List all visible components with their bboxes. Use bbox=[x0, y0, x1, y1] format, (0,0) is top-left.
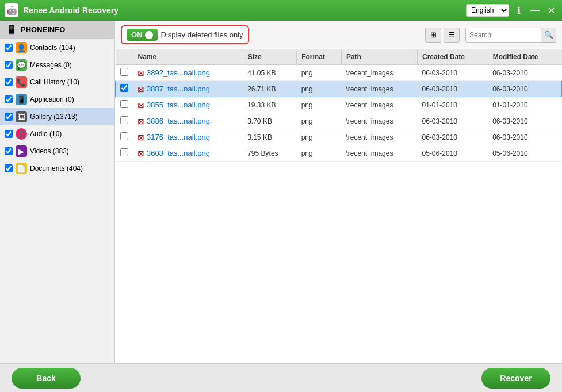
sidebar-item-messages[interactable]: 💬 Messages (0) bbox=[0, 56, 114, 74]
sidebar-item-gallery[interactable]: 🖼 Gallery (13713) bbox=[0, 108, 114, 125]
sidebar-item-call-history[interactable]: 📞 Call History (10) bbox=[0, 74, 114, 91]
messages-checkbox[interactable] bbox=[5, 61, 13, 69]
file-table: Name Size Format Path Created Date Modif… bbox=[115, 49, 562, 363]
list-view-icon: ☰ bbox=[448, 30, 455, 39]
recover-button[interactable]: Recover bbox=[481, 368, 550, 389]
language-select[interactable]: English Chinese French bbox=[466, 4, 509, 17]
bottom-bar: Back Recover bbox=[0, 363, 562, 392]
cell-modified: 01-01-2010 bbox=[488, 97, 561, 113]
gallery-checkbox[interactable] bbox=[5, 113, 13, 121]
col-format: Format bbox=[297, 49, 342, 65]
cell-modified: 06-03-2010 bbox=[488, 113, 561, 129]
cell-modified: 06-03-2010 bbox=[488, 129, 561, 145]
contacts-checkbox[interactable] bbox=[5, 44, 13, 52]
sidebar-title: PHONEINFO bbox=[21, 25, 65, 34]
row-checkbox-3[interactable] bbox=[120, 116, 128, 124]
cell-format: png bbox=[297, 145, 342, 162]
cell-size: 19.33 KB bbox=[243, 97, 296, 113]
cell-path: \recent_images bbox=[341, 129, 417, 145]
audio-checkbox[interactable] bbox=[5, 130, 13, 138]
back-button[interactable]: Back bbox=[12, 368, 81, 389]
col-name: Name bbox=[133, 49, 243, 65]
videos-checkbox[interactable] bbox=[5, 147, 13, 155]
cell-path: \recent_images bbox=[341, 145, 417, 162]
table-row[interactable]: ⊠3176_tas...nail.png3.15 KBpng\recent_im… bbox=[116, 129, 562, 145]
toolbar: ON Display deleted files only ⊞ ☰ 🔍 bbox=[115, 21, 562, 49]
app-label: Application (0) bbox=[30, 95, 110, 103]
contacts-icon: 👤 bbox=[16, 42, 27, 53]
col-path: Path bbox=[341, 49, 417, 65]
list-view-button[interactable]: ☰ bbox=[444, 28, 460, 43]
cell-size: 3.70 KB bbox=[243, 113, 296, 129]
grid-view-icon: ⊞ bbox=[430, 30, 437, 39]
row-checkbox-0[interactable] bbox=[120, 68, 128, 76]
search-icon: 🔍 bbox=[544, 30, 553, 39]
app-title: Renee Android Recovery bbox=[23, 6, 466, 15]
minimize-button[interactable]: — bbox=[529, 4, 541, 17]
cell-created: 06-03-2010 bbox=[418, 129, 488, 145]
col-created: Created Date bbox=[418, 49, 488, 65]
audio-label: Audio (10) bbox=[30, 130, 110, 138]
cell-modified: 06-03-2010 bbox=[488, 81, 561, 97]
search-button[interactable]: 🔍 bbox=[541, 28, 556, 43]
sidebar: 📱 PHONEINFO 👤 Contacts (104) 💬 Messages … bbox=[0, 21, 115, 363]
deleted-icon: ⊠ bbox=[137, 117, 144, 126]
table-row[interactable]: ⊠3886_tas...nail.png3.70 KBpng\recent_im… bbox=[116, 113, 562, 129]
row-checkbox-1[interactable] bbox=[120, 84, 128, 92]
info-button[interactable]: ℹ bbox=[513, 4, 525, 17]
sidebar-item-contacts[interactable]: 👤 Contacts (104) bbox=[0, 39, 114, 56]
window-controls: English Chinese French ℹ — ✕ bbox=[466, 4, 557, 17]
cell-created: 06-03-2010 bbox=[418, 81, 488, 97]
deleted-icon: ⊠ bbox=[137, 149, 144, 158]
cell-path: \recent_images bbox=[341, 81, 417, 97]
videos-label: Videos (383) bbox=[30, 147, 110, 155]
deleted-icon: ⊠ bbox=[137, 101, 144, 110]
grid-view-button[interactable]: ⊞ bbox=[425, 28, 441, 43]
docs-checkbox[interactable] bbox=[5, 164, 13, 172]
table-row[interactable]: ⊠3892_tas...nail.png41.05 KBpng\recent_i… bbox=[116, 65, 562, 81]
col-size: Size bbox=[243, 49, 296, 65]
call-checkbox[interactable] bbox=[5, 78, 13, 86]
cell-format: png bbox=[297, 97, 342, 113]
files-table: Name Size Format Path Created Date Modif… bbox=[115, 49, 562, 162]
table-row[interactable]: ⊠3608_tas...nail.png795 Bytespng\recent_… bbox=[116, 145, 562, 162]
sidebar-item-videos[interactable]: ▶ Videos (383) bbox=[0, 143, 114, 160]
search-box: 🔍 bbox=[465, 28, 556, 43]
sidebar-item-application[interactable]: 📱 Application (0) bbox=[0, 91, 114, 108]
toggle-button[interactable]: ON bbox=[127, 29, 158, 41]
file-name-text: 3887_tas...nail.png bbox=[147, 84, 210, 93]
videos-icon: ▶ bbox=[16, 145, 27, 157]
close-button[interactable]: ✕ bbox=[545, 4, 557, 17]
deleted-icon: ⊠ bbox=[137, 84, 144, 94]
sidebar-header: 📱 PHONEINFO bbox=[0, 21, 114, 39]
cell-created: 01-01-2010 bbox=[418, 97, 488, 113]
audio-icon: 🎵 bbox=[16, 128, 27, 140]
call-label: Call History (10) bbox=[30, 78, 110, 86]
cell-format: png bbox=[297, 129, 342, 145]
col-checkbox bbox=[116, 49, 133, 65]
table-header: Name Size Format Path Created Date Modif… bbox=[116, 49, 562, 65]
messages-icon: 💬 bbox=[16, 59, 27, 71]
cell-size: 795 Bytes bbox=[243, 145, 296, 162]
docs-icon: 📄 bbox=[16, 163, 27, 174]
search-input[interactable] bbox=[466, 31, 541, 39]
file-name-text: 3855_tas...nail.png bbox=[147, 101, 210, 109]
deleted-icon: ⊠ bbox=[137, 133, 144, 142]
table-row[interactable]: ⊠3887_tas...nail.png26.71 KBpng\recent_i… bbox=[116, 81, 562, 97]
row-checkbox-5[interactable] bbox=[120, 148, 128, 156]
content-area: ON Display deleted files only ⊞ ☰ 🔍 bbox=[115, 21, 562, 363]
main-layout: 📱 PHONEINFO 👤 Contacts (104) 💬 Messages … bbox=[0, 21, 562, 363]
table-body: ⊠3892_tas...nail.png41.05 KBpng\recent_i… bbox=[116, 65, 562, 162]
app-checkbox[interactable] bbox=[5, 95, 13, 103]
sidebar-item-documents[interactable]: 📄 Documents (404) bbox=[0, 160, 114, 177]
cell-format: png bbox=[297, 81, 342, 97]
toggle-container: ON Display deleted files only bbox=[121, 25, 249, 44]
cell-size: 3.15 KB bbox=[243, 129, 296, 145]
sidebar-item-audio[interactable]: 🎵 Audio (10) bbox=[0, 125, 114, 143]
deleted-icon: ⊠ bbox=[137, 68, 144, 78]
row-checkbox-2[interactable] bbox=[120, 100, 128, 108]
table-row[interactable]: ⊠3855_tas...nail.png19.33 KBpng\recent_i… bbox=[116, 97, 562, 113]
cell-path: \recent_images bbox=[341, 65, 417, 81]
file-name-text: 3886_tas...nail.png bbox=[147, 117, 210, 125]
row-checkbox-4[interactable] bbox=[120, 132, 128, 140]
